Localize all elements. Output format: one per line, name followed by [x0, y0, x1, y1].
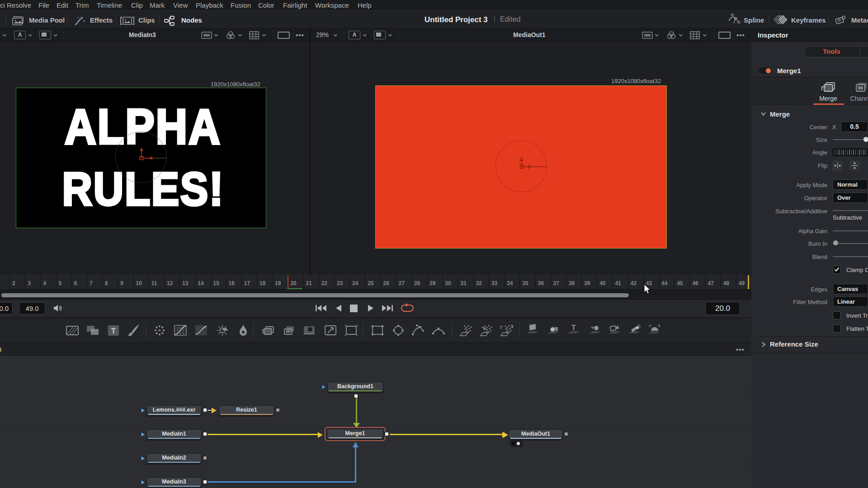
svg-text:T: T — [111, 327, 116, 335]
svg-text:T: T — [571, 324, 576, 332]
